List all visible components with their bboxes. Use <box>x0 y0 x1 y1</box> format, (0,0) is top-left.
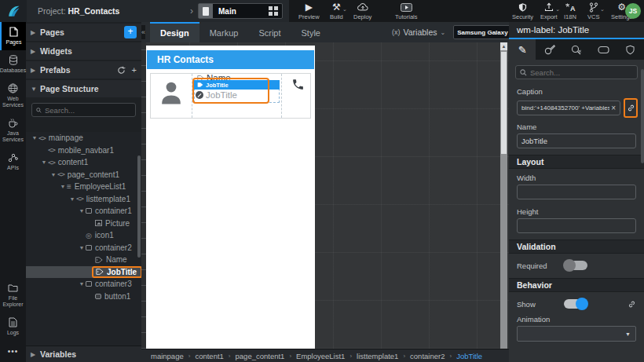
wavemaker-logo[interactable] <box>0 0 27 22</box>
tree-scrollbar[interactable] <box>137 155 141 258</box>
breadcrumb-container2[interactable]: container2 <box>410 352 445 360</box>
refresh-icon[interactable] <box>117 66 126 75</box>
breadcrumb-listtemplate1[interactable]: listtemplate1 <box>357 352 398 360</box>
tree-node-listtemplate1[interactable]: ▼ <> listtemplate1 <box>26 193 141 206</box>
tree-node-employeelist1[interactable]: ▼ ≡ EmployeeList1 <box>26 181 141 193</box>
collapse-left-panel-icon[interactable]: « <box>141 25 145 39</box>
show-toggle-on[interactable] <box>564 299 587 309</box>
caret-down-icon[interactable]: ▼ <box>40 159 48 165</box>
rail-item-file-explorer[interactable]: File Explorer <box>0 278 26 313</box>
page-switcher[interactable]: Main <box>198 3 283 19</box>
width-input[interactable] <box>521 188 631 196</box>
required-toggle-off[interactable] <box>564 261 587 270</box>
canvas-toolbar: « Design Markup Script Style (x) Variabl… <box>141 22 509 42</box>
deploy-button[interactable]: Deploy <box>353 2 371 20</box>
phone-call-icon[interactable] <box>291 78 305 91</box>
bind-show-link-icon[interactable] <box>628 300 636 309</box>
add-prefab-icon[interactable]: + <box>132 65 137 75</box>
tree-node-name[interactable]: Name <box>26 254 141 266</box>
tree-node-icon1[interactable]: ◎ icon1 <box>26 229 141 242</box>
rail-item-java-services[interactable]: Java Services <box>0 113 26 148</box>
section-page-structure[interactable]: ▼ Page Structure <box>26 80 141 97</box>
api-nodes-icon <box>8 152 18 163</box>
inspector-search[interactable] <box>515 65 638 79</box>
height-input[interactable] <box>521 221 631 230</box>
caret-down-icon[interactable]: ▼ <box>68 196 76 202</box>
tab-search-properties[interactable] <box>563 39 590 60</box>
chevron-right-icon[interactable]: › <box>190 5 193 16</box>
more-options-icon[interactable]: ••• <box>0 341 26 362</box>
canvas-scrollbar[interactable]: ▲ <box>500 42 507 349</box>
search-input[interactable] <box>530 68 632 77</box>
tab-style[interactable]: Style <box>291 22 331 42</box>
animation-label: Animation <box>509 310 644 326</box>
search-input[interactable] <box>45 106 131 115</box>
breadcrumb-content1[interactable]: content1 <box>195 352 223 360</box>
tools-icon: ⚒⌄ <box>332 2 341 13</box>
tab-design[interactable]: Design <box>150 22 199 42</box>
section-pages[interactable]: ▶ Pages + <box>26 24 141 41</box>
breadcrumb-employeelist1[interactable]: EmployeeList1 <box>296 352 345 360</box>
rail-item-logs[interactable]: Logs <box>0 313 26 341</box>
tree-node-container3[interactable]: ▼ container3 <box>26 278 141 291</box>
build-button[interactable]: ⚒⌄ Build <box>330 2 343 20</box>
page-structure-search[interactable] <box>31 103 136 117</box>
export-button[interactable]: ⌄ Export <box>540 2 558 20</box>
security-button[interactable]: Security <box>512 2 533 20</box>
tab-security[interactable] <box>617 39 644 60</box>
video-icon <box>401 2 412 13</box>
section-widgets[interactable]: ▶ Widgets <box>26 42 141 60</box>
tree-node-mainpage[interactable]: ▼ <> mainpage <box>26 132 141 144</box>
inspector-scrollbar[interactable] <box>641 69 644 163</box>
breadcrumb-page-content1[interactable]: page_content1 <box>236 352 285 360</box>
tree-node-content1[interactable]: ▼ <> content1 <box>26 156 141 169</box>
caret-down-icon[interactable]: ▼ <box>78 281 86 287</box>
tree-node-jobtitle-selected[interactable]: JobTitle <box>26 266 141 279</box>
caret-down-icon[interactable]: ▼ <box>59 184 67 189</box>
rail-item-pages[interactable]: Pages <box>0 22 26 50</box>
rail-item-databases[interactable]: Databases <box>0 50 26 79</box>
left-icon-rail: Pages Databases Web Services Java Servic… <box>0 22 26 362</box>
scroll-up-icon[interactable]: ▲ <box>500 42 507 50</box>
section-variables[interactable]: ▶ Variables <box>26 346 141 362</box>
tab-script[interactable]: Script <box>248 22 291 42</box>
variables-dropdown[interactable]: (x) Variables ⌄ <box>392 27 445 37</box>
tab-styles[interactable] <box>536 39 562 60</box>
list-item-template[interactable]: Name JobTitle JobTitle <box>150 73 311 119</box>
caret-down-icon[interactable]: ▼ <box>49 172 57 177</box>
scrollbar-thumb[interactable] <box>501 52 507 154</box>
caret-down-icon[interactable]: ▼ <box>78 208 86 214</box>
add-page-button[interactable]: + <box>124 26 137 38</box>
breadcrumb-mainpage[interactable]: mainpage <box>151 352 184 360</box>
preview-button[interactable]: ▶ Preview <box>298 2 320 20</box>
caption-input[interactable] <box>521 104 609 112</box>
tree-node-page-content1[interactable]: ▼ <> page_content1 <box>26 169 141 181</box>
bind-property-button-highlighted[interactable] <box>624 98 638 118</box>
tree-node-container1[interactable]: ▼ container1 <box>26 205 141 218</box>
tutorials-button[interactable]: Tutorials <box>395 2 417 20</box>
tab-markup[interactable]: Markup <box>199 22 249 42</box>
labels-cell[interactable]: Name JobTitle JobTitle <box>192 74 282 118</box>
tree-node-button1[interactable]: button1 <box>26 291 141 303</box>
tab-device[interactable] <box>590 39 617 60</box>
caret-down-icon[interactable]: ▼ <box>78 245 86 250</box>
animation-select[interactable]: ▼ <box>517 326 636 342</box>
tree-node-mobile-navbar1[interactable]: <> mobile_navbar1 <box>26 144 141 157</box>
caret-down-icon[interactable]: ▼ <box>31 135 38 141</box>
tree-node-picture[interactable]: Picture <box>26 218 141 230</box>
clear-binding-icon[interactable]: × <box>611 104 616 112</box>
section-prefabs[interactable]: ▶ Prefabs + <box>26 61 141 79</box>
grid-icon[interactable] <box>269 6 278 16</box>
rail-item-web-services[interactable]: Web Services <box>0 79 26 113</box>
user-avatar[interactable]: JS <box>625 3 641 19</box>
tab-properties[interactable]: ✎ <box>509 39 536 60</box>
mobile-navbar[interactable]: HR Contacts <box>147 50 314 69</box>
name-input[interactable] <box>521 137 631 145</box>
vcs-button[interactable]: ⌄ VCS <box>587 2 599 20</box>
tree-node-container2[interactable]: ▼ container2 <box>26 242 141 254</box>
call-cell[interactable] <box>282 74 310 118</box>
picture-cell[interactable] <box>151 74 192 118</box>
breadcrumb-jobtitle[interactable]: JobTitle <box>456 352 482 360</box>
rail-item-apis[interactable]: APIs <box>0 148 26 176</box>
i18n-button[interactable]: A I18N <box>564 2 576 20</box>
